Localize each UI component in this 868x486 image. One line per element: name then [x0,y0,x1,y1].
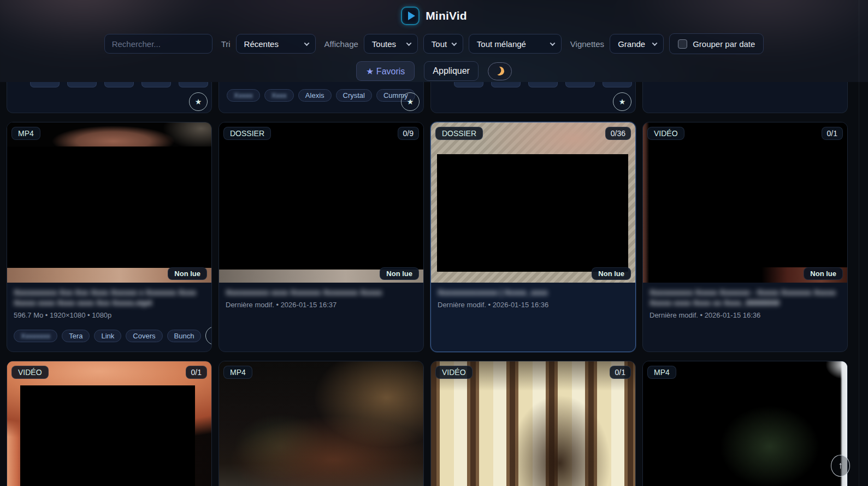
video-card[interactable]: VIDÉO0/1 [7,361,212,486]
star-icon: ★ [407,97,414,106]
tag-chip-cut[interactable] [179,82,208,87]
star-icon: ★ [619,97,626,106]
play-icon [408,11,415,20]
app-header: MiniVid Tri Récentes Affichage Toutes To… [0,0,868,82]
type-badge: MP4 [647,366,676,379]
video-title: Xxxxxxxxxxxxxx | Xxxxx_xxxx [438,288,629,298]
tag-chip-cut[interactable] [454,82,483,87]
chevron-down-icon [304,40,309,46]
tag-chip-cut[interactable] [528,82,558,87]
mix-select[interactable]: Tout mélangé [469,34,562,54]
tag-chip-cut[interactable] [491,82,521,87]
video-thumbnail: VIDÉO0/1Non lue [643,122,847,283]
tag-label: Link [101,332,114,340]
tag-label: Covers [133,332,155,340]
logo-row: MiniVid [0,0,868,25]
search-input[interactable] [104,34,212,54]
display-select[interactable]: Toutes [364,34,418,54]
tag-label: Alexis [305,91,324,99]
tag-label: Xxxx [271,91,287,99]
tag-chip-cut[interactable] [30,82,60,87]
folder-card[interactable]: DOSSIER0/9Non lueXxxxxxxxxx xxxx Xxxxxxx… [219,122,424,352]
favorite-button[interactable]: ★ [189,92,208,111]
tag-label: Bunch [174,332,194,340]
tag-chip-cut[interactable] [67,82,97,87]
folder-card[interactable]: DOSSIER0/36Non lueXxxxxxxxxxxxxx | Xxxxx… [430,122,636,352]
video-thumbnail: VIDÉO0/1 [431,361,635,486]
star-icon: ★ [195,97,202,106]
video-title: Xxxxxxxxxx Xxx Xxx Xxxx Xxxxxx x Xxxxxxx… [14,288,205,308]
count-badge: 0/1 [610,366,631,379]
video-card[interactable]: MP4Non lueXxxxxxxxxx Xxx Xxx Xxxx Xxxxxx… [7,122,212,352]
group-by-date-checkbox[interactable] [678,39,687,49]
mix-select-value: Tout mélangé [477,39,526,49]
tag-chip-cut[interactable] [603,82,632,87]
scrollbar[interactable] [859,0,859,486]
video-thumbnail: MP4 [219,361,423,486]
favorite-button[interactable]: ★ [401,92,420,111]
thumbs-size-select[interactable]: Grande [610,34,664,54]
favorites-filter-button[interactable]: ★ Favoris [356,61,415,81]
partial-card[interactable] [642,82,848,113]
video-card[interactable]: MP4 [219,361,424,486]
type-badge: VIDÉO [11,366,49,379]
favorite-button[interactable]: ★ [205,326,212,345]
video-thumbnail: VIDÉO0/1 [7,361,211,486]
arrow-up-icon: ↑ [838,460,843,471]
partial-card[interactable]: XxxxxXxxxAlexisCrystalCummy★ [219,82,424,113]
tag-chip[interactable]: Bunch [167,330,202,342]
tag-chip[interactable]: Xxxxxxxx [14,330,57,342]
video-card[interactable]: VIDÉO0/1Non lueXxxxxxxxxx Xxxxx Xxxxxxx … [642,122,848,352]
video-title: Xxxxxxxxxx xxxx Xxxxxxx Xxxxxxxx Xxxxx [226,288,417,298]
video-meta: Dernière modif. • 2026-01-15 16:36 [649,311,841,319]
tag-chip[interactable]: Tera [62,330,90,342]
display-select-value: Toutes [372,39,396,49]
favorite-button[interactable]: ★ [613,92,631,111]
filter-bar: Tri Récentes Affichage Toutes Tout Tout … [0,33,868,54]
tag-label: Tera [69,332,82,340]
group-by-date-toggle[interactable]: Grouper par date [669,33,764,54]
video-thumbnail: DOSSIER0/9Non lue [219,122,423,283]
card-grid: ★XxxxxXxxxAlexisCrystalCummy★★MP4Non lue… [0,82,868,486]
tag-chip[interactable]: Xxxxx [227,89,260,102]
group-by-date-label: Grouper par date [693,39,755,49]
scroll-top-button[interactable]: ↑ [831,455,850,477]
video-meta: Dernière modif. • 2026-01-15 16:36 [438,301,629,309]
partial-card[interactable]: ★ [7,82,212,113]
chevron-down-icon [550,40,555,46]
video-title: Xxxxxxxxxx Xxxxx Xxxxxxx - Xxxxx Xxxxxxx… [649,288,841,308]
count-badge: 0/36 [605,127,631,140]
video-card[interactable]: VIDÉO0/1 [430,361,636,486]
type-badge: DOSSIER [435,127,483,140]
tag-chip[interactable]: Crystal [336,89,372,102]
tag-chip[interactable]: Xxxx [264,89,294,102]
sort-select[interactable]: Récentes [236,34,316,54]
unread-badge: Non lue [804,267,843,280]
apply-button[interactable]: Appliquer [424,61,479,81]
tag-chip-cut[interactable] [565,82,595,87]
tag-chip[interactable]: Link [94,330,121,342]
type-badge: MP4 [11,127,40,140]
theme-toggle[interactable] [488,62,512,80]
thumbs-label: Vignettes [570,39,604,49]
app-logo[interactable] [401,7,420,25]
video-card[interactable]: MP4 [642,361,848,486]
unread-badge: Non lue [168,267,207,280]
tag-chip-cut[interactable] [104,82,134,87]
chevron-down-icon [452,40,457,46]
partial-card[interactable]: ★ [430,82,636,113]
chevron-down-icon [652,40,658,46]
tag-chip-cut[interactable] [141,82,171,87]
tag-chip[interactable]: Alexis [298,89,332,102]
tag-label: Crystal [343,91,365,99]
chevron-down-icon [406,40,411,46]
unread-badge: Non lue [380,267,419,280]
type-badge: DOSSIER [223,127,271,140]
type-select[interactable]: Tout [423,34,463,54]
star-icon: ★ [211,331,212,340]
display-label: Affichage [324,39,358,49]
action-row: ★ Favoris Appliquer [0,61,868,81]
video-thumbnail: MP4 [643,361,847,486]
tag-chip[interactable]: Covers [126,330,162,342]
tag-label: Xxxxx [234,91,253,99]
